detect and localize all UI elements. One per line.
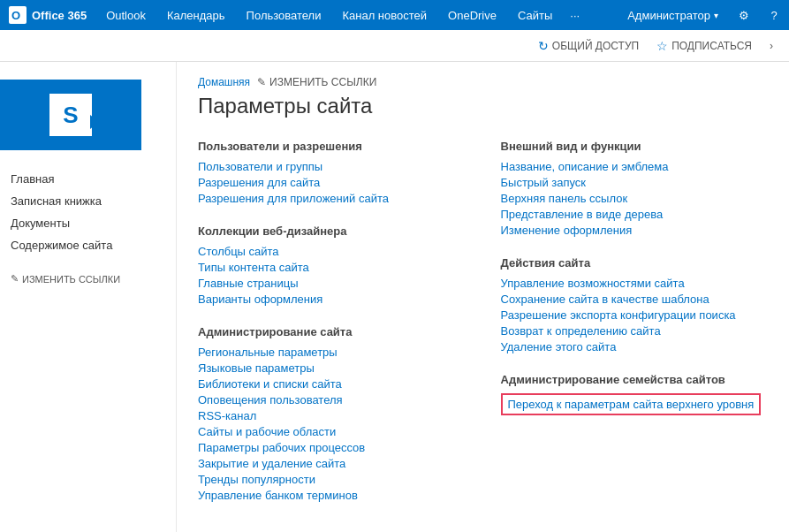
office365-logo-icon: O <box>9 6 27 24</box>
link-manage-features[interactable]: Управление возможностями сайта <box>501 277 769 290</box>
nav-item-onedrive[interactable]: OneDrive <box>437 0 507 30</box>
settings-right-column: Внешний вид и функции Название, описание… <box>501 140 769 521</box>
sidebar-edit-links[interactable]: ✎ ИЗМЕНИТЬ ССЫЛКИ <box>9 269 167 289</box>
section-web-designer: Коллекции веб-дизайнера Столбцы сайта Ти… <box>198 224 466 306</box>
page-title: Параметры сайта <box>198 94 768 118</box>
breadcrumb: Домашняя ✎ ИЗМЕНИТЬ ССЫЛКИ <box>198 76 768 88</box>
share-icon: ↻ <box>538 39 549 53</box>
link-sites-workspaces[interactable]: Сайты и рабочие области <box>198 425 466 438</box>
brand-text: Office 365 <box>32 9 87 22</box>
link-top-nav[interactable]: Верхняя панель ссылок <box>501 192 769 205</box>
link-quick-launch[interactable]: Быстрый запуск <box>501 176 769 189</box>
section-look-feel: Внешний вид и функции Название, описание… <box>501 140 769 237</box>
section-users-permissions: Пользователи и разрешения Пользователи и… <box>198 140 466 205</box>
link-master-pages[interactable]: Главные страницы <box>198 277 466 290</box>
link-rss[interactable]: RSS-канал <box>198 409 466 422</box>
link-popularity-trends[interactable]: Тренды популярности <box>198 473 466 486</box>
link-regional-settings[interactable]: Региональные параметры <box>198 346 466 359</box>
nav-item-outlook[interactable]: Outlook <box>95 0 156 30</box>
link-go-to-top-level[interactable]: Переход к параметрам сайта верхнего уров… <box>501 393 762 415</box>
main-layout: S Главная Записная книжка Документы Соде… <box>0 62 789 532</box>
pencil-icon: ✎ <box>11 273 19 285</box>
link-themes[interactable]: Варианты оформления <box>198 293 466 306</box>
share-button[interactable]: ↻ ОБЩИЙ ДОСТУП <box>531 35 646 57</box>
nav-item-calendar[interactable]: Календарь <box>156 0 236 30</box>
top-nav-icons: ⚙ ? <box>729 0 789 30</box>
link-user-alerts[interactable]: Оповещения пользователя <box>198 393 466 407</box>
sidebar-item-home[interactable]: Главная <box>9 168 167 190</box>
link-delete-site[interactable]: Удаление этого сайта <box>501 340 769 353</box>
link-change-theme[interactable]: Изменение оформления <box>501 224 769 237</box>
link-reset-definition[interactable]: Возврат к определению сайта <box>501 324 769 338</box>
chevron-down-icon: ▾ <box>714 11 718 20</box>
section-users-permissions-title: Пользователи и разрешения <box>198 140 466 153</box>
nav-item-sites[interactable]: Сайты <box>507 0 563 30</box>
sidebar-item-site-content[interactable]: Содержимое сайта <box>9 234 167 256</box>
more-icon: › <box>770 40 773 52</box>
sidebar: S Главная Записная книжка Документы Соде… <box>0 62 177 532</box>
site-logo-arrow-icon <box>90 115 99 129</box>
link-close-delete-site[interactable]: Закрытие и удаление сайта <box>198 457 466 470</box>
link-term-bank[interactable]: Управление банком терминов <box>198 489 466 502</box>
content-area: Домашняя ✎ ИЗМЕНИТЬ ССЫЛКИ Параметры сай… <box>177 62 789 532</box>
section-site-actions: Действия сайта Управление возможностями … <box>501 256 769 353</box>
link-content-types[interactable]: Типы контента сайта <box>198 261 466 274</box>
nav-more-dots[interactable]: ··· <box>563 0 587 30</box>
link-users-groups[interactable]: Пользователи и группы <box>198 160 466 173</box>
sidebar-item-notebook[interactable]: Записная книжка <box>9 190 167 212</box>
link-save-template[interactable]: Сохранение сайта в качестве шаблона <box>501 293 769 306</box>
help-icon-button[interactable]: ? <box>759 0 789 30</box>
nav-item-users[interactable]: Пользователи <box>236 0 332 30</box>
subscribe-button[interactable]: ☆ ПОДПИСАТЬСЯ <box>649 35 759 57</box>
breadcrumb-home-link[interactable]: Домашняя <box>198 76 250 88</box>
link-workflow-settings[interactable]: Параметры рабочих процессов <box>198 441 466 454</box>
brand[interactable]: O Office 365 <box>0 0 95 30</box>
subscribe-icon: ☆ <box>656 39 668 53</box>
section-look-feel-title: Внешний вид и функции <box>501 140 769 153</box>
site-logo-inner: S <box>49 94 92 136</box>
section-site-admin: Администрирование сайта Региональные пар… <box>198 325 466 502</box>
site-logo-letter: S <box>63 102 78 129</box>
link-site-columns[interactable]: Столбцы сайта <box>198 245 466 258</box>
more-button[interactable]: › <box>762 36 780 56</box>
breadcrumb-pencil-icon: ✎ <box>257 76 266 88</box>
second-bar: ↻ ОБЩИЙ ДОСТУП ☆ ПОДПИСАТЬСЯ › <box>0 30 789 62</box>
admin-button[interactable]: Администратор ▾ <box>617 0 729 30</box>
nav-item-news[interactable]: Канал новостей <box>331 0 437 30</box>
top-nav-items: Outlook Календарь Пользователи Канал нов… <box>95 0 617 30</box>
section-site-collection-admin: Администрирование семейства сайтов Перех… <box>501 373 769 415</box>
site-logo: S <box>0 80 141 150</box>
settings-left-column: Пользователи и разрешения Пользователи и… <box>198 140 466 521</box>
section-site-admin-title: Администрирование сайта <box>198 325 466 338</box>
sidebar-item-docs[interactable]: Документы <box>9 212 167 234</box>
sidebar-nav: Главная Записная книжка Документы Содерж… <box>0 168 176 289</box>
section-site-actions-title: Действия сайта <box>501 256 769 270</box>
settings-grid: Пользователи и разрешения Пользователи и… <box>198 140 768 521</box>
link-search-export[interactable]: Разрешение экспорта конфигурации поиска <box>501 308 769 322</box>
section-web-designer-title: Коллекции веб-дизайнера <box>198 224 466 238</box>
section-site-collection-admin-title: Администрирование семейства сайтов <box>501 373 769 386</box>
link-app-permissions[interactable]: Разрешения для приложений сайта <box>198 192 466 205</box>
link-site-permissions[interactable]: Разрешения для сайта <box>198 176 466 189</box>
svg-text:O: O <box>11 9 20 22</box>
link-tree-view[interactable]: Представление в виде дерева <box>501 208 769 221</box>
breadcrumb-edit-links[interactable]: ✎ ИЗМЕНИТЬ ССЫЛКИ <box>257 76 376 88</box>
settings-icon-button[interactable]: ⚙ <box>729 0 759 30</box>
link-title-desc-logo[interactable]: Название, описание и эмблема <box>501 160 769 173</box>
top-nav-right: Администратор ▾ ⚙ ? <box>617 0 789 30</box>
link-libraries-lists[interactable]: Библиотеки и списки сайта <box>198 377 466 391</box>
link-language-settings[interactable]: Языковые параметры <box>198 361 466 375</box>
top-navbar: O Office 365 Outlook Календарь Пользоват… <box>0 0 789 30</box>
